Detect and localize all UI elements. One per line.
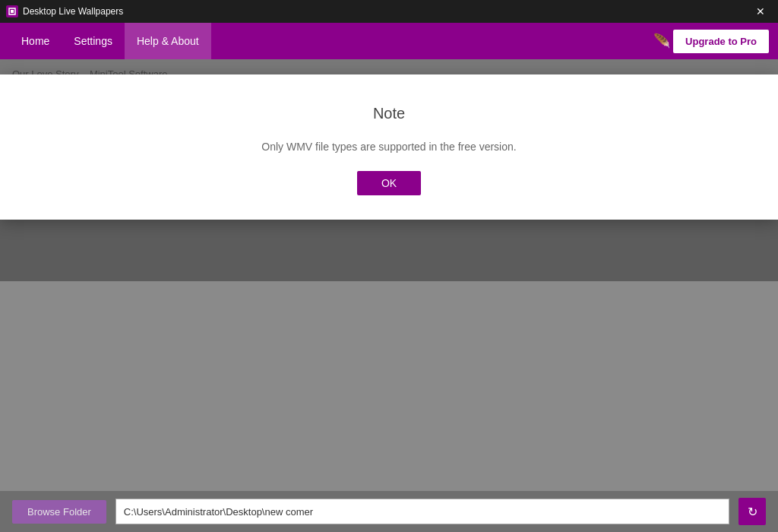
close-button[interactable]: ✕ [749, 0, 772, 23]
app-window: Desktop Live Wallpapers ✕ Home Settings … [0, 0, 778, 532]
nav-settings[interactable]: Settings [62, 23, 125, 59]
nav-bar: Home Settings Help & About 🪶 Upgrade to … [0, 23, 778, 59]
title-bar: Desktop Live Wallpapers ✕ [0, 0, 778, 23]
feather-icon: 🪶 [653, 33, 670, 49]
modal-dialog: Note Only WMV file types are supported i… [0, 74, 778, 220]
app-icon [6, 5, 18, 17]
nav-home[interactable]: Home [9, 23, 62, 59]
svg-rect-1 [11, 10, 14, 13]
modal-title: Note [373, 105, 405, 122]
main-content: Our Love Story _ MiniTool Software Free … [0, 59, 778, 532]
nav-help[interactable]: Help & About [125, 23, 211, 59]
modal-message: Only WMV file types are supported in the… [261, 141, 516, 153]
modal-ok-button[interactable]: OK [357, 171, 421, 195]
modal-overlay: Note Only WMV file types are supported i… [0, 59, 778, 532]
window-title: Desktop Live Wallpapers [23, 6, 749, 17]
upgrade-button[interactable]: Upgrade to Pro [673, 30, 769, 53]
